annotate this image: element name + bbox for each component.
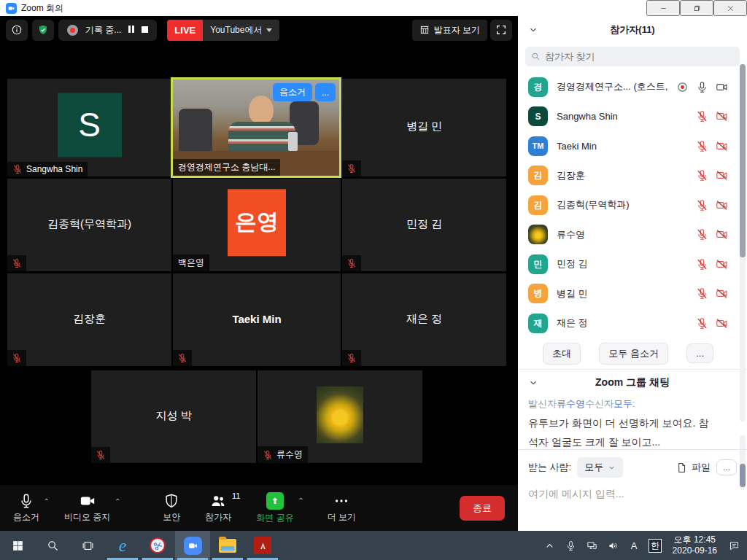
mic-muted-icon bbox=[696, 287, 708, 300]
task-view-icon bbox=[82, 540, 94, 552]
taskbar-clock[interactable]: 오후 12:45 2020-09-16 bbox=[667, 534, 723, 556]
participants-button[interactable]: 참가자 11 bbox=[205, 493, 231, 524]
tray-microphone-icon[interactable] bbox=[561, 531, 581, 560]
mute-all-button[interactable]: 모두 음소거 bbox=[599, 343, 668, 365]
video-tile-active-speaker[interactable]: 음소거 ... 경영경제연구소 충남대... bbox=[171, 77, 341, 178]
participants-panel: 참가자(11) 경 경영경제연구소... (호스트, 나) bbox=[518, 16, 747, 531]
invite-button[interactable]: 초대 bbox=[543, 343, 581, 365]
participant-row[interactable]: 김 김종혁(무역학과) bbox=[518, 190, 747, 220]
avatar: 김 bbox=[528, 166, 548, 185]
chat-sender[interactable]: 류수영 bbox=[557, 398, 585, 409]
close-button[interactable] bbox=[713, 0, 747, 16]
participant-row[interactable]: 김 김장훈 bbox=[518, 161, 747, 191]
shield-icon bbox=[163, 493, 179, 509]
camera-off-icon bbox=[716, 317, 728, 330]
chat-message-input[interactable] bbox=[528, 488, 732, 499]
participant-more-button[interactable]: ... bbox=[315, 83, 336, 101]
task-view-button[interactable] bbox=[70, 531, 105, 560]
video-tile[interactable]: 은영 백은영 bbox=[173, 179, 341, 271]
video-tile[interactable]: 병길 민 bbox=[342, 79, 506, 176]
video-tile[interactable]: 지성 박 bbox=[91, 370, 256, 463]
security-button[interactable]: 보안 bbox=[163, 493, 180, 524]
zoom-app-icon bbox=[6, 3, 17, 14]
taskbar-acrobat[interactable] bbox=[245, 531, 280, 560]
action-center-icon[interactable] bbox=[724, 531, 744, 560]
participants-more-button[interactable]: ... bbox=[686, 343, 713, 363]
stop-recording-button[interactable] bbox=[142, 26, 148, 34]
collapse-chevron-icon[interactable] bbox=[528, 25, 538, 35]
camera-off-icon bbox=[716, 169, 728, 182]
clock-date: 2020-09-16 bbox=[673, 545, 717, 556]
participants-panel-header: 참가자(11) bbox=[518, 16, 747, 44]
pause-recording-button[interactable] bbox=[128, 26, 134, 34]
mute-button[interactable]: 음소거 ⌃ bbox=[13, 493, 39, 524]
mic-muted-badge bbox=[173, 350, 192, 366]
share-screen-icon bbox=[266, 492, 284, 510]
recording-label: 기록 중... bbox=[85, 24, 121, 36]
restore-button[interactable] bbox=[680, 0, 713, 16]
meeting-info-icon[interactable] bbox=[6, 20, 28, 41]
end-meeting-button[interactable]: 종료 bbox=[460, 496, 505, 521]
share-screen-button[interactable]: 화면 공유 ⌃ bbox=[256, 492, 293, 524]
video-tile[interactable]: 민정 김 bbox=[342, 179, 506, 271]
taskbar-internet-explorer[interactable]: e bbox=[105, 531, 140, 560]
file-button[interactable]: 파일 bbox=[676, 461, 711, 474]
participant-row[interactable]: TM Taeki Min bbox=[518, 131, 747, 161]
more-button[interactable]: 더 보기 bbox=[328, 493, 356, 524]
security-encryption-icon[interactable] bbox=[32, 20, 54, 41]
participant-row-host[interactable]: 경 경영경제연구소... (호스트, 나) bbox=[518, 72, 747, 102]
search-input[interactable] bbox=[545, 51, 720, 62]
video-tile[interactable]: 김장훈 bbox=[7, 273, 171, 366]
mic-muted-icon bbox=[347, 258, 357, 268]
chat-more-button[interactable]: ... bbox=[716, 459, 737, 475]
tray-network-icon[interactable] bbox=[582, 531, 602, 560]
participant-name: 김장훈 bbox=[557, 169, 585, 182]
ime-latin-indicator[interactable]: A bbox=[624, 531, 644, 560]
chat-recipient[interactable]: 모두 bbox=[614, 398, 632, 409]
chevron-up-icon[interactable]: ⌃ bbox=[298, 497, 303, 505]
video-tile[interactable]: 김종혁(무역학과) bbox=[7, 179, 171, 271]
chevron-up-icon[interactable]: ⌃ bbox=[44, 497, 50, 505]
mute-participant-button[interactable]: 음소거 bbox=[273, 83, 312, 101]
participants-scrollbar[interactable] bbox=[740, 64, 746, 421]
avatar: 병 bbox=[528, 284, 548, 303]
taskbar-search-button[interactable] bbox=[35, 531, 70, 560]
stop-video-button[interactable]: 비디오 중지 ⌃ bbox=[64, 493, 110, 524]
participant-name: Taeki Min bbox=[173, 313, 341, 325]
video-tile[interactable]: S Sangwha Shin bbox=[7, 79, 171, 176]
start-button[interactable] bbox=[0, 531, 35, 560]
taskbar-file-explorer[interactable] bbox=[210, 531, 245, 560]
ime-korean-indicator[interactable]: 한 bbox=[646, 531, 665, 560]
participant-row[interactable]: 류수영 bbox=[518, 220, 747, 250]
camera-on-icon bbox=[716, 81, 728, 93]
participant-list: 경 경영경제연구소... (호스트, 나) S Sangwha Shin bbox=[518, 72, 747, 338]
speaker-view-button[interactable]: 발표자 보기 bbox=[412, 20, 487, 41]
taskbar-zoom-app[interactable] bbox=[175, 531, 210, 560]
mic-muted-icon bbox=[96, 450, 106, 460]
video-tile[interactable]: 재은 정 bbox=[342, 273, 506, 366]
mic-muted-icon bbox=[263, 450, 273, 460]
participant-row[interactable]: S Sangwha Shin bbox=[518, 102, 747, 132]
participant-name: 재은 정 bbox=[342, 311, 506, 325]
minimize-button[interactable] bbox=[646, 0, 680, 16]
live-target-dropdown[interactable]: YouTube에서 bbox=[203, 20, 279, 41]
tray-chevron-up-icon[interactable] bbox=[540, 531, 560, 560]
ellipsis-icon bbox=[333, 493, 349, 509]
file-explorer-icon bbox=[219, 539, 236, 553]
video-tile[interactable]: Taeki Min bbox=[173, 273, 341, 366]
fullscreen-button[interactable] bbox=[490, 20, 512, 41]
collapse-chevron-icon[interactable] bbox=[528, 378, 538, 388]
record-dot-icon bbox=[67, 25, 78, 36]
participant-name: 병길 민 bbox=[342, 120, 506, 133]
participant-name: 재은 정 bbox=[557, 316, 588, 330]
participant-row[interactable]: 재 재은 정 bbox=[518, 308, 747, 338]
participant-search[interactable] bbox=[525, 47, 740, 66]
recipient-dropdown[interactable]: 모두 bbox=[577, 457, 623, 478]
camera-off-icon bbox=[716, 110, 728, 122]
chevron-up-icon[interactable]: ⌃ bbox=[115, 497, 120, 505]
taskbar-snipping-tool[interactable] bbox=[140, 531, 175, 560]
participant-row[interactable]: 병 병길 민 bbox=[518, 279, 747, 309]
video-tile[interactable]: 류수영 bbox=[258, 370, 422, 463]
tray-volume-icon[interactable] bbox=[603, 531, 623, 560]
participant-row[interactable]: 민 민정 김 bbox=[518, 249, 747, 279]
